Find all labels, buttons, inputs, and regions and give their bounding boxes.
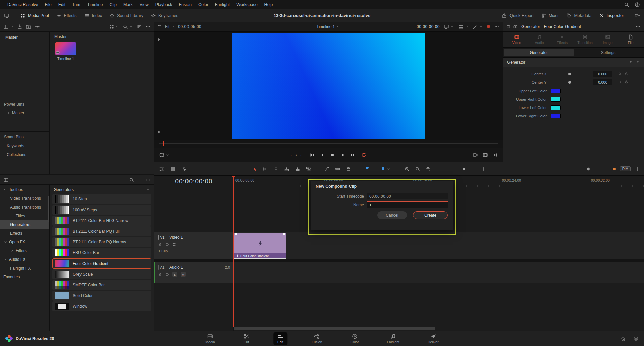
page-deliver[interactable]: Deliver [424,332,443,345]
inspector-button[interactable]: Inspector [595,9,628,22]
page-cut[interactable]: Cut [239,332,253,345]
page-media[interactable]: Media [201,332,219,345]
audio-track-lane[interactable] [233,262,644,283]
generator-solid-color[interactable]: Solid Color [52,291,151,301]
smart-bins-section[interactable]: Smart Bins [0,133,49,141]
menu-timeline[interactable]: Timeline [84,0,106,9]
chevron-down-icon[interactable] [450,25,454,29]
chevron-down-icon[interactable] [465,25,469,29]
dim-button[interactable]: DIM [620,166,631,171]
effects-tree-toggle-icon[interactable] [3,177,9,183]
marker-icon[interactable] [380,166,386,172]
effects-tree-generators[interactable]: Generators [0,220,49,229]
generator-bt-2111-color-bar-hlg-narrow[interactable]: BT.2111 Color Bar HLG Narrow [52,216,151,226]
menu-trim[interactable]: Trim [69,0,84,9]
keyframe-icon[interactable] [629,60,633,64]
menu-mark[interactable]: Mark [120,0,136,9]
next-clip-button[interactable]: › [300,153,301,158]
track-lock-icon[interactable] [158,243,162,246]
inspector-options-icon[interactable] [635,24,641,30]
audio-track-badge[interactable]: A1 [158,265,166,270]
smart-bin-keywords[interactable]: Keywords [0,141,49,150]
generator-smpte-color-bar[interactable]: SMPTE Color Bar [52,280,151,290]
chevron-down-icon[interactable] [10,25,14,29]
effects-tree-fairlight-fx[interactable]: Fairlight FX [0,264,49,273]
inspector-subtab-generator[interactable]: Generator [504,49,574,56]
razor-edit-mode-icon[interactable] [273,166,279,172]
sound-library-button[interactable]: Sound Library [106,9,147,22]
generator-100mv-steps[interactable]: 100mV Steps [52,205,151,215]
inspector-dual-view-icon[interactable] [513,25,517,29]
flag-chevron-icon[interactable] [371,167,375,171]
media-pool-button[interactable]: Media Pool [16,9,53,22]
retime-curve-icon[interactable] [324,166,330,172]
generator-10-step[interactable]: 10 Step [52,194,151,204]
chevron-down-icon[interactable] [129,25,133,29]
audio-monitor-icon[interactable] [586,166,591,172]
timeline-playhead[interactable] [233,176,234,327]
scrubber-playhead[interactable] [163,141,164,146]
timeline-clip-four-color-gradient[interactable]: Four Color Gradient [234,233,286,259]
bin-master[interactable]: Master [0,33,49,42]
zoom-slider[interactable] [447,167,475,171]
reset-icon[interactable] [636,60,640,64]
mute-button[interactable]: M [181,272,186,277]
trim-edit-mode-icon[interactable] [263,166,268,172]
timeline-horizontal-scrollbar[interactable] [234,327,642,330]
effects-tree-audio-fx[interactable]: Audio FX [0,255,49,264]
chevron-down-icon[interactable] [479,25,483,29]
timeline-selector[interactable]: Timeline 1 [317,24,341,29]
effects-button[interactable]: Effects [53,9,80,22]
position-lock-icon[interactable] [346,166,351,172]
zoom-out-icon[interactable] [436,166,442,172]
metadata-button[interactable]: Metadata [562,9,595,22]
video-canvas-four-color-gradient[interactable] [232,33,425,139]
play-button[interactable] [340,152,345,158]
center-y-value[interactable]: 0.000 [593,79,612,85]
page-fairlight[interactable]: Fairlight [383,332,404,345]
generators-list-header[interactable]: Generators [52,185,151,194]
previous-clip-button[interactable]: ‹ [291,153,292,158]
user-account-icon[interactable] [635,2,640,7]
timeline-view-options-icon[interactable] [159,166,164,172]
go-to-first-frame-button[interactable] [309,152,314,158]
quick-export-button[interactable]: Quick Export [498,9,537,22]
auto-select-icon[interactable] [165,273,169,276]
generator-bt-2111-color-bar-pq-full[interactable]: BT.2111 Color Bar PQ Full [52,226,151,236]
inspector-tab-video[interactable]: Video [506,34,527,45]
loop-region-icon[interactable] [159,152,164,158]
selection-mode-icon[interactable] [252,166,257,172]
import-media-icon[interactable] [17,24,22,30]
more-options-icon[interactable] [145,24,151,30]
search-icon[interactable] [624,2,629,7]
mixer-button[interactable]: Mixer [537,9,563,22]
auto-select-icon[interactable] [165,243,169,246]
custom-zoom-icon[interactable] [426,166,431,172]
power-bins-section[interactable]: Power Bins [0,100,49,109]
video-track-lane[interactable]: Four Color Gradient [233,232,644,260]
viewer-options-icon[interactable] [494,24,499,30]
upper-left-color-swatch[interactable] [551,89,561,93]
step-back-button[interactable] [319,152,325,158]
meters-toggle-icon[interactable] [634,166,639,172]
center-x-slider[interactable] [551,72,588,76]
multicam-view-icon[interactable] [458,24,464,30]
generator-grey-scale[interactable]: Grey Scale [52,269,151,279]
menu-fusion[interactable]: Fusion [175,0,195,9]
solo-button[interactable]: S [172,272,177,277]
keyframes-button[interactable]: Keyframes [147,9,182,22]
import-folder-icon[interactable] [26,24,31,30]
effects-tree-video-transitions[interactable]: Video Transitions [0,194,49,203]
power-bin-master[interactable]: Master [0,109,49,117]
page-color[interactable]: Color [346,332,363,345]
linked-selection-icon[interactable] [335,166,340,172]
match-frame-icon[interactable] [473,152,478,158]
media-search-icon[interactable] [123,24,128,30]
menu-color[interactable]: Color [195,0,212,9]
workspace-layout-icon[interactable] [635,13,640,18]
effects-tree-effects[interactable]: Effects [0,229,49,238]
generator-section-header[interactable]: Generator [503,58,644,67]
chevron-down-icon[interactable] [165,153,169,157]
project-manager-icon[interactable] [4,13,9,18]
upper-right-color-swatch[interactable] [551,97,561,102]
